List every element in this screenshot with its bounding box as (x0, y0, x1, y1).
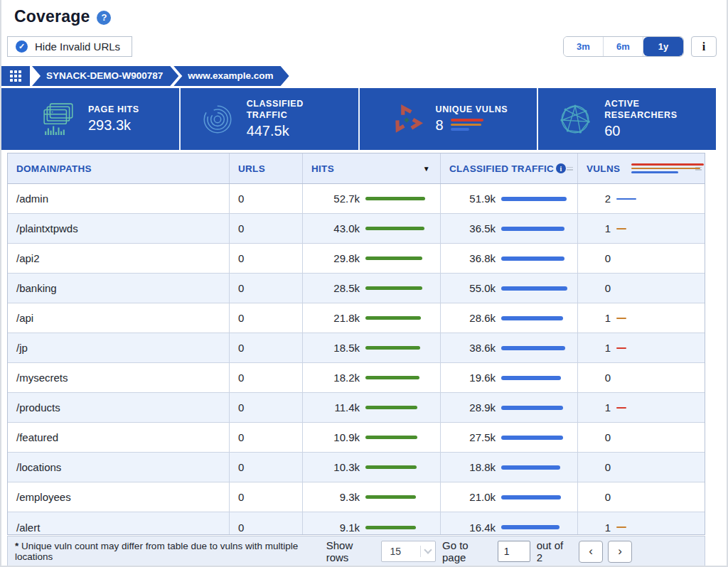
active-researchers-icon (557, 102, 593, 137)
grid-icon (10, 70, 22, 82)
column-header-classified-traffic[interactable]: CLASSIFIED TRAFFIC i (441, 153, 578, 183)
vulns-cell: 1 (578, 303, 705, 333)
table-row[interactable]: /plaintxtpwds 0 43.0k 36.5k 1 (8, 214, 705, 244)
table-row[interactable]: /jp 0 18.5k 38.6k 1 (8, 333, 705, 363)
domain-path-cell: /mysecrets (8, 363, 230, 392)
table-row[interactable]: /locations 0 10.3k 18.8k 0 (8, 453, 705, 482)
help-icon[interactable]: ? (97, 11, 111, 25)
hits-cell: 43.0k (303, 214, 441, 243)
column-header-domain-paths[interactable]: DOMAIN/PATHS (8, 153, 230, 183)
sort-desc-icon[interactable]: ▼ (423, 165, 430, 173)
controls-row: ✓ Hide Invalid URLs 3m 6m 1y i (1, 26, 727, 57)
urls-cell: 0 (230, 453, 303, 482)
table-row[interactable]: /alert 0 9.1k 16.4k 1 (8, 512, 705, 534)
urls-cell: 0 (230, 363, 303, 392)
table-row[interactable]: /employees 0 9.3k 21.0k 0 (8, 482, 705, 512)
vulns-legend-lines (631, 163, 704, 173)
stat-active-researchers: ACTIVE RESEARCHERS 60 (538, 88, 716, 150)
classified-traffic-bar (501, 525, 560, 529)
classified-traffic-bar (501, 346, 565, 350)
vulns-cell: 2 (578, 184, 705, 213)
vulns-cell: 0 (578, 453, 705, 482)
hits-cell: 28.5k (303, 274, 441, 303)
urls-cell: 0 (230, 303, 303, 333)
column-header-urls[interactable]: URLS (230, 153, 303, 183)
hits-cell: 29.8k (303, 244, 441, 273)
time-range-controls: 3m 6m 1y i (563, 36, 717, 57)
hits-bar (365, 197, 425, 200)
vulns-cell: 1 (578, 393, 705, 422)
vulns-cell: 0 (578, 274, 705, 303)
column-header-hits[interactable]: HITS ▼ (303, 153, 441, 183)
hits-cell: 10.3k (303, 453, 441, 482)
classified-traffic-cell: 21.0k (441, 482, 578, 512)
show-rows-label: Show rows (326, 539, 375, 563)
footer-note: * Unique vuln count may differ from tabl… (15, 541, 325, 562)
column-header-vulns[interactable]: VULNS (578, 153, 706, 183)
time-range-1y-button[interactable]: 1y (643, 37, 683, 56)
classified-traffic-bar (501, 376, 561, 380)
classified-traffic-info-icon[interactable]: i (556, 163, 566, 173)
urls-cell: 0 (230, 393, 303, 422)
table-row[interactable]: /banking 0 28.5k 55.0k 0 (8, 274, 705, 303)
domain-path-cell: /banking (8, 274, 230, 303)
stat-classified-traffic: CLASSIFIED TRAFFIC 447.5k (181, 88, 360, 150)
stat-unique-vulns: UNIQUE VULNS 8 (360, 88, 539, 150)
domain-path-cell: /employees (8, 482, 230, 512)
vuln-line (616, 407, 626, 409)
hits-bar (365, 436, 417, 439)
classified-traffic-icon (200, 102, 235, 137)
time-range-3m-button[interactable]: 3m (564, 37, 604, 56)
stat-label: UNIQUE VULNS (436, 104, 508, 116)
urls-cell: 0 (230, 244, 303, 273)
table-row[interactable]: /featured 0 10.9k 27.5k 0 (8, 423, 705, 453)
breadcrumb-segment-assessment[interactable]: SYNACK-DEMO-W900787 (32, 66, 178, 86)
time-range-6m-button[interactable]: 6m (604, 37, 643, 56)
hits-bar (365, 256, 422, 260)
stat-label: ACTIVE RESEARCHERS (604, 99, 697, 121)
rows-per-page-select[interactable]: 15 (381, 541, 436, 562)
hide-invalid-urls-label: Hide Invalid URLs (35, 40, 120, 53)
table-row[interactable]: /api 0 21.8k 28.6k 1 (8, 303, 705, 333)
table-header: DOMAIN/PATHS URLS HITS ▼ CLASSIFIED TRAF… (8, 153, 705, 184)
domain-path-cell: /admin (8, 184, 230, 213)
hide-invalid-urls-toggle[interactable]: ✓ Hide Invalid URLs (7, 36, 132, 57)
breadcrumb: SYNACK-DEMO-W900787 www.example.com (1, 66, 727, 86)
classified-traffic-bar (501, 495, 561, 500)
table-row[interactable]: /api2 0 29.8k 36.8k 0 (8, 244, 705, 274)
previous-page-button[interactable]: ‹ (579, 541, 603, 563)
classified-traffic-bar (501, 465, 560, 470)
column-resize-handle[interactable] (695, 167, 702, 171)
domain-path-cell: /plaintxtpwds (8, 214, 230, 243)
table-row[interactable]: /admin 0 52.7k 51.9k 2 (8, 184, 705, 214)
hits-cell: 9.1k (303, 512, 441, 534)
classified-traffic-cell: 16.4k (441, 512, 578, 534)
next-page-button[interactable]: › (608, 541, 632, 563)
urls-cell: 0 (230, 423, 303, 452)
hits-bar (365, 406, 417, 409)
goto-page-label: Go to page (442, 539, 491, 563)
hits-bar (365, 526, 416, 529)
table-row[interactable]: /mysecrets 0 18.2k 19.6k 0 (8, 363, 705, 393)
breadcrumb-grid-icon[interactable] (1, 66, 30, 86)
vulns-cell: 0 (578, 363, 705, 392)
urls-cell: 0 (230, 512, 303, 534)
hits-bar (365, 465, 417, 469)
stats-bar: PAGE HITS 293.3k CLASSIFIED TRAFFIC 447.… (1, 88, 716, 150)
column-resize-handle[interactable] (567, 167, 573, 171)
vulns-cell: 1 (578, 214, 705, 243)
stat-value: 447.5k (247, 122, 339, 139)
table-row[interactable]: /products 0 11.4k 28.9k 1 (8, 393, 705, 423)
hits-cell: 18.2k (303, 363, 441, 392)
coverage-page: Coverage ? ✓ Hide Invalid URLs 3m 6m 1y … (0, 0, 728, 567)
urls-cell: 0 (230, 274, 303, 303)
breadcrumb-segment-domain[interactable]: www.example.com (173, 66, 289, 86)
chevron-down-icon (424, 546, 432, 554)
page-number-input[interactable] (498, 541, 530, 562)
classified-traffic-cell: 36.5k (441, 214, 578, 243)
hits-bar (365, 227, 424, 230)
stat-page-hits: PAGE HITS 293.3k (1, 88, 181, 150)
info-button[interactable]: i (691, 36, 717, 57)
hits-cell: 21.8k (303, 303, 441, 333)
page-hits-icon (41, 102, 77, 137)
